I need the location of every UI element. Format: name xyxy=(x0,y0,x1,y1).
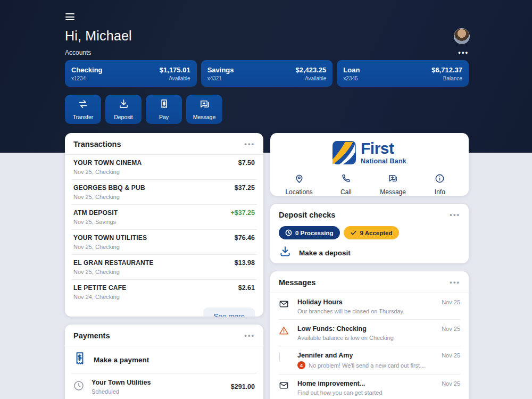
payment-name: Your Town Utilities xyxy=(92,379,223,386)
transaction-detail: Nov 25, Checking xyxy=(73,244,255,250)
payment-status: Scheduled xyxy=(92,388,223,395)
message-title: Home improvement... xyxy=(297,380,365,387)
make-payment-button[interactable]: Make a payment xyxy=(71,346,257,373)
account-card-loan[interactable]: Loan x2345 $6,712.37 Balance xyxy=(337,60,469,87)
accounts-overflow-menu-icon[interactable]: ••• xyxy=(458,51,469,55)
deposit-button[interactable]: Deposit xyxy=(105,95,142,124)
check-icon xyxy=(350,229,357,236)
unread-count-badge: 4 xyxy=(297,361,305,369)
account-amount: $6,712.37 xyxy=(431,66,462,74)
message-icon xyxy=(199,98,210,112)
deposit-checks-title: Deposit checks xyxy=(279,211,335,219)
message-date: Nov 25 xyxy=(442,380,460,387)
transaction-detail: Nov 25, Checking xyxy=(73,194,255,200)
transaction-row[interactable]: GEORGES BBQ & PUB $37.25 Nov 25, Checkin… xyxy=(71,179,257,204)
message-title: Low Funds: Checking xyxy=(297,325,367,332)
transaction-name: ATM DEPOSIT xyxy=(73,209,118,217)
dashboard-columns: Transactions ••• YOUR TOWN CINEMA $7.50 … xyxy=(65,133,469,399)
transaction-name: GEORGES BBQ & PUB xyxy=(73,184,145,192)
processing-badge[interactable]: 0 Processing xyxy=(279,226,340,239)
message-date: Nov 25 xyxy=(442,326,460,332)
bank-action-label: Message xyxy=(380,188,406,196)
transaction-amount: $2.61 xyxy=(238,284,255,292)
account-card-checking[interactable]: Checking x1234 $1,175.01 Available xyxy=(65,60,197,87)
deposit-checks-overflow-menu-icon[interactable]: ••• xyxy=(450,213,460,217)
messages-overflow-menu-icon[interactable]: ••• xyxy=(450,280,460,285)
bank-action-label: Call xyxy=(340,188,352,196)
account-number: x4321 xyxy=(207,76,234,81)
bank-logo-mark-icon xyxy=(332,141,356,167)
clock-icon xyxy=(73,380,84,393)
message-button[interactable]: Message xyxy=(186,95,222,124)
call-button[interactable]: Call xyxy=(322,173,369,196)
bank-info-card: First National Bank Locations Call xyxy=(270,133,469,196)
transaction-amount: $13.98 xyxy=(235,259,255,267)
transaction-row[interactable]: EL GRAN RESTAURANTE $13.98 Nov 25, Check… xyxy=(71,254,257,279)
transaction-detail: Nov 24, Checking xyxy=(73,294,255,300)
transactions-title: Transactions xyxy=(73,140,121,148)
payment-amount: $291.00 xyxy=(231,383,255,390)
transaction-row[interactable]: ATM DEPOSIT +$37.25 Nov 25, Savings xyxy=(71,204,257,229)
left-column: Transactions ••• YOUR TOWN CINEMA $7.50 … xyxy=(65,133,263,399)
messages-card: Messages ••• Holiday Hours Nov 25 Our br… xyxy=(270,271,469,399)
payments-overflow-menu-icon[interactable]: ••• xyxy=(244,334,255,338)
message-preview: No problem! We'll send a new card out fi… xyxy=(309,362,425,369)
transaction-name: YOUR TOWN UTILITIES xyxy=(73,234,147,242)
account-cards: Checking x1234 $1,175.01 Available Savin… xyxy=(65,60,469,87)
pay-icon xyxy=(159,98,170,112)
transaction-amount: $37.25 xyxy=(235,184,255,192)
transaction-amount: +$37.25 xyxy=(230,209,255,217)
pay-button[interactable]: Pay xyxy=(146,95,182,124)
phone-icon xyxy=(341,173,351,186)
message-title: Holiday Hours xyxy=(297,298,343,306)
see-more-button[interactable]: See more xyxy=(203,307,255,317)
transaction-detail: Nov 25, Checking xyxy=(73,169,255,175)
user-avatar[interactable] xyxy=(454,28,470,44)
transaction-amount: $76.46 xyxy=(235,234,255,242)
deposit-icon xyxy=(118,98,129,112)
chat-bubble-icon xyxy=(388,173,398,186)
transactions-overflow-menu-icon[interactable]: ••• xyxy=(244,142,255,146)
transaction-row[interactable]: YOUR TOWN UTILITIES $76.46 Nov 25, Check… xyxy=(71,229,257,254)
deposit-arrow-icon xyxy=(279,245,292,260)
deposit-status-badges: 0 Processing 9 Accepted xyxy=(270,220,469,239)
messages-title: Messages xyxy=(279,278,315,287)
bank-actions: Locations Call Message xyxy=(276,173,463,196)
message-preview: Available balance is low on Checking xyxy=(297,335,460,341)
transaction-name: EL GRAN RESTAURANTE xyxy=(73,259,154,267)
clock-icon xyxy=(285,229,292,236)
warning-icon xyxy=(279,325,290,341)
hamburger-menu-icon[interactable] xyxy=(65,13,74,20)
account-amount-label: Balance xyxy=(431,76,462,81)
locations-button[interactable]: Locations xyxy=(276,173,322,196)
account-card-savings[interactable]: Savings x4321 $2,423.25 Available xyxy=(201,60,333,87)
account-name: Loan xyxy=(343,66,360,74)
action-label: Pay xyxy=(159,114,169,120)
right-column: First National Bank Locations Call xyxy=(270,133,469,399)
contact-avatar xyxy=(279,352,290,369)
message-title: Jennifer and Amy xyxy=(297,352,353,359)
account-amount-label: Available xyxy=(160,76,190,81)
scheduled-payment-row[interactable]: Your Town Utilities Scheduled $291.00 xyxy=(71,373,257,399)
message-row[interactable]: Low Funds: Checking Nov 25 Available bal… xyxy=(279,319,460,346)
transfer-button[interactable]: Transfer xyxy=(65,95,101,124)
bank-brand-secondary: National Bank xyxy=(361,157,406,165)
make-deposit-button[interactable]: Make a deposit xyxy=(270,239,469,263)
transaction-row[interactable]: YOUR TOWN CINEMA $7.50 Nov 25, Checking xyxy=(71,155,257,179)
payments-title: Payments xyxy=(73,331,110,340)
bank-message-button[interactable]: Message xyxy=(370,173,417,196)
info-button[interactable]: Info xyxy=(417,173,463,196)
accepted-badge[interactable]: 9 Accepted xyxy=(344,226,399,239)
action-label: Transfer xyxy=(73,114,94,120)
transaction-detail: Nov 25, Savings xyxy=(73,219,255,225)
pay-receipt-icon xyxy=(73,352,86,368)
message-row[interactable]: Home improvement... Nov 25 Find out how … xyxy=(279,374,460,399)
payments-card: Payments ••• Make a payment Your Town Ut… xyxy=(65,325,263,399)
transaction-row[interactable]: LE PETITE CAFE $2.61 Nov 24, Checking xyxy=(71,279,257,304)
account-amount: $2,423.25 xyxy=(295,66,326,74)
message-row[interactable]: Holiday Hours Nov 25 Our branches will b… xyxy=(279,293,460,319)
account-number: x1234 xyxy=(71,76,103,81)
quick-actions: Transfer Deposit Pay Message xyxy=(65,95,222,124)
transaction-name: LE PETITE CAFE xyxy=(73,284,126,292)
message-row[interactable]: Jennifer and Amy Nov 25 4 No problem! We… xyxy=(279,346,460,374)
